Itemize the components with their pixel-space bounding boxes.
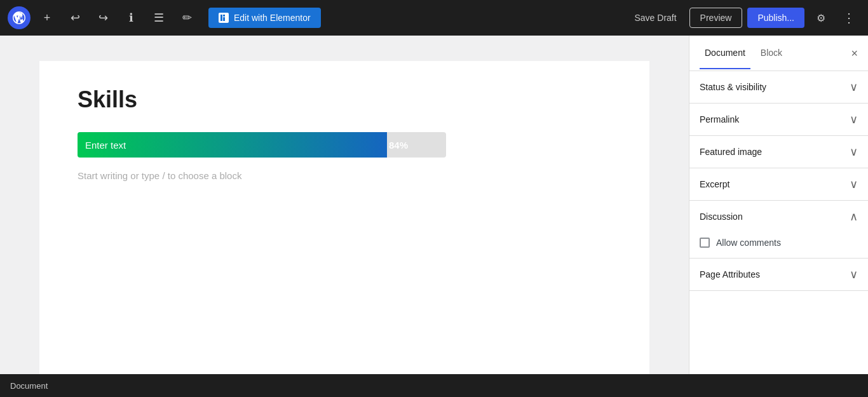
edit-elementor-button[interactable]: Edit with Elementor — [208, 8, 321, 28]
progress-bar-container: Enter text 84% — [78, 132, 446, 158]
section-permalink-header[interactable]: Permalink ∨ — [689, 104, 868, 135]
section-status-visibility-title: Status & visibility — [700, 82, 766, 92]
section-discussion-body: Allow comments — [689, 232, 868, 258]
post-title[interactable]: Skills — [78, 86, 611, 113]
section-page-attributes: Page Attributes ∨ — [689, 259, 868, 291]
svg-rect-0 — [220, 15, 222, 21]
wordpress-logo[interactable] — [8, 6, 31, 29]
preview-button[interactable]: Preview — [689, 8, 743, 28]
svg-rect-1 — [223, 15, 225, 17]
section-page-attributes-toggle: ∨ — [850, 267, 858, 281]
tools-button[interactable]: ✏ — [175, 6, 198, 29]
editor-canvas[interactable]: Skills Enter text 84% Start writing or t… — [0, 36, 689, 374]
section-permalink: Permalink ∨ — [689, 104, 868, 136]
undo-button[interactable]: ↩ — [64, 6, 86, 29]
section-permalink-title: Permalink — [700, 114, 739, 124]
progress-bar-fill: Enter text — [78, 132, 387, 158]
info-button[interactable]: ℹ — [119, 6, 142, 29]
placeholder-text[interactable]: Start writing or type / to choose a bloc… — [78, 170, 611, 181]
section-excerpt: Excerpt ∨ — [689, 168, 868, 201]
section-discussion-header[interactable]: Discussion ∧ — [689, 201, 868, 232]
section-excerpt-header[interactable]: Excerpt ∨ — [689, 168, 868, 200]
section-featured-image: Featured image ∨ — [689, 136, 868, 168]
section-excerpt-title: Excerpt — [700, 179, 729, 189]
progress-bar-block[interactable]: Enter text 84% — [78, 132, 611, 158]
section-page-attributes-header[interactable]: Page Attributes ∨ — [689, 259, 868, 290]
svg-rect-3 — [223, 19, 225, 21]
canvas-inner: Skills Enter text 84% Start writing or t… — [39, 61, 649, 374]
edit-elementor-label: Edit with Elementor — [234, 13, 311, 23]
more-options-button[interactable]: ⋮ — [837, 6, 860, 29]
allow-comments-row: Allow comments — [700, 238, 858, 248]
sidebar-header: Document Block × — [689, 36, 868, 71]
section-featured-image-title: Featured image — [700, 147, 762, 157]
section-featured-image-header[interactable]: Featured image ∨ — [689, 136, 868, 168]
tab-block[interactable]: Block — [756, 37, 787, 69]
section-status-visibility: Status & visibility ∨ — [689, 71, 868, 104]
progress-bar-percent: 84% — [389, 140, 408, 151]
save-draft-button[interactable]: Save Draft — [627, 8, 684, 28]
bottom-bar: Document — [0, 374, 868, 397]
elementor-icon — [219, 13, 229, 23]
redo-button[interactable]: ↪ — [92, 6, 114, 29]
section-status-visibility-toggle: ∨ — [850, 80, 858, 94]
sidebar-close-button[interactable]: × — [851, 48, 858, 59]
section-discussion-title: Discussion — [700, 212, 743, 222]
section-featured-image-toggle: ∨ — [850, 145, 858, 159]
progress-bar-text: Enter text — [85, 140, 126, 151]
section-discussion-toggle: ∧ — [850, 210, 858, 224]
section-permalink-toggle: ∨ — [850, 112, 858, 126]
allow-comments-label[interactable]: Allow comments — [716, 238, 781, 248]
publish-button[interactable]: Publish... — [747, 8, 804, 28]
tab-document[interactable]: Document — [700, 37, 750, 69]
add-block-button[interactable]: + — [36, 6, 58, 29]
main-area: Skills Enter text 84% Start writing or t… — [0, 36, 868, 374]
settings-button[interactable]: ⚙ — [810, 6, 832, 29]
top-toolbar: + ↩ ↪ ℹ ☰ ✏ Edit with Elementor Save Dra… — [0, 0, 868, 36]
allow-comments-checkbox[interactable] — [700, 238, 710, 248]
list-view-button[interactable]: ☰ — [147, 6, 170, 29]
bottom-bar-label: Document — [10, 381, 48, 391]
svg-rect-2 — [223, 17, 225, 19]
section-discussion: Discussion ∧ Allow comments — [689, 201, 868, 259]
section-status-visibility-header[interactable]: Status & visibility ∨ — [689, 71, 868, 103]
section-page-attributes-title: Page Attributes — [700, 269, 760, 279]
sidebar: Document Block × Status & visibility ∨ P… — [689, 36, 868, 374]
section-excerpt-toggle: ∨ — [850, 177, 858, 191]
